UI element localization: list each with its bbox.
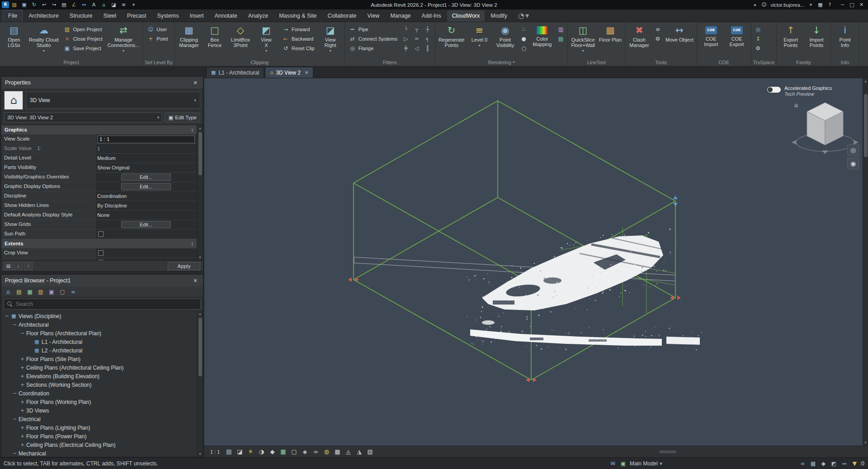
select-links-icon[interactable]: ∞ <box>798 459 807 468</box>
connect-systems-button[interactable]: ⇄Connect Systems <box>347 34 400 43</box>
tree-item-floor-plans-lighting-plan[interactable]: +Floor Plans (Lighting Plan) <box>1 423 197 432</box>
revit-logo-icon[interactable]: R <box>2 1 9 8</box>
panel-title-clipping[interactable]: Clipping <box>177 58 343 66</box>
drag-on-selection-icon[interactable]: ↔ <box>840 459 849 468</box>
displacement-icon[interactable]: ◮ <box>354 447 364 456</box>
ribbon-tab-architecture[interactable]: Architecture <box>24 10 64 22</box>
parts-visibility-value[interactable]: Show Original <box>97 165 130 170</box>
graphic-display-options-edit-button[interactable]: Edit... <box>121 183 171 190</box>
collapse-node-icon[interactable]: − <box>12 322 18 327</box>
backward-button[interactable]: ←Backward <box>280 34 317 43</box>
tree-item-floor-plans-architectural-plan[interactable]: −Floor Plans (Architectural Plan) <box>1 329 197 338</box>
fitting-elbow-button[interactable]: └ <box>401 25 411 34</box>
minimize-icon[interactable]: − <box>838 1 847 9</box>
sun-path-icon[interactable]: ☀ <box>245 447 255 456</box>
type-selector[interactable]: 3D View ▾ <box>26 92 200 109</box>
tree-item-floor-plans-site-plan[interactable]: +Floor Plans (Site Plan) <box>1 355 197 363</box>
ribbon-tab-file[interactable]: File <box>3 10 23 22</box>
fitting-tee-button[interactable]: ┬ <box>412 25 422 34</box>
view-tab-l1-architectural[interactable]: ▦L1 - Architectural <box>206 67 264 78</box>
cart-icon[interactable]: ▦ <box>816 1 825 9</box>
show-crop-icon[interactable]: ▢ <box>289 447 299 456</box>
open-project-button[interactable]: ▨Open Project <box>61 25 104 34</box>
scroll-up-icon[interactable]: ▲ <box>863 78 868 84</box>
expand-icon[interactable]: + <box>19 356 25 361</box>
ribbon-tab-cloudworx[interactable]: CloudWorx <box>447 10 485 22</box>
navigation-wheel-button[interactable]: ◎ <box>847 144 859 156</box>
open-lgsx-button[interactable]: ▤Open LGSx <box>2 23 26 56</box>
thin-lines-icon[interactable]: ≡ <box>119 1 128 9</box>
edit-type-button[interactable]: ▣ Edit Type <box>165 113 200 122</box>
visibility-graphics-overrides-edit-button[interactable]: Edit... <box>121 174 171 181</box>
intensity-map-button[interactable]: ▥ <box>556 25 566 34</box>
scroll-down-icon[interactable]: ▼ <box>197 451 203 457</box>
clipping-manager-button[interactable]: ▦Clipping Manager <box>177 23 201 56</box>
temporary-hide-icon[interactable]: ∞ <box>311 447 321 456</box>
panel-title-project[interactable]: Project <box>2 58 141 66</box>
editing-requests-icon[interactable]: ✉ <box>608 459 618 468</box>
ribbon-tab-collaborate[interactable]: Collaborate <box>323 10 362 22</box>
ribbon-tab-structure[interactable]: Structure <box>65 10 98 22</box>
view-right-button[interactable]: ◪View Right▾ <box>318 23 343 56</box>
reality-cloud-studio-button[interactable]: ☁Reality Cloud Studio▾ <box>28 23 60 56</box>
clash-list-button[interactable]: ≡ <box>653 25 663 34</box>
sort-desc-icon[interactable]: ↑ <box>24 262 33 270</box>
filter-icon[interactable]: ▼ <box>850 459 859 468</box>
reveal-hidden-icon[interactable]: ◍ <box>321 447 331 456</box>
redo-icon[interactable]: ↪ <box>49 1 59 9</box>
worksets-icon[interactable]: ▣ <box>618 459 628 468</box>
close-icon[interactable]: ✕ <box>857 1 866 9</box>
tree-item-sections-working-section[interactable]: +Sections (Working Section) <box>1 380 197 389</box>
collapse-node-icon[interactable]: − <box>19 331 25 336</box>
scroll-up-icon[interactable]: ▲ <box>197 311 203 317</box>
truspace-open-button[interactable]: ◎ <box>753 25 763 34</box>
coe-export-button[interactable]: COECOE Export <box>725 23 749 56</box>
point-visibility-button[interactable]: ◉Point Visibility <box>493 23 517 56</box>
zoom-button[interactable]: ◉ <box>847 158 859 169</box>
horizontal-scrollbar[interactable] <box>380 450 861 454</box>
save-project-button[interactable]: ▣Save Project <box>61 44 104 53</box>
tree-item-l1-architectural[interactable]: ▦L1 - Architectural <box>1 338 197 346</box>
browser-groups-icon[interactable]: ▢ <box>57 287 67 296</box>
detail-level-value[interactable]: Medium <box>97 155 116 161</box>
fitting-union-button[interactable]: ╪ <box>401 44 411 53</box>
truspace-sync-button[interactable]: ↕ <box>753 34 763 43</box>
help-icon[interactable]: ? <box>825 1 835 9</box>
limitbox-3point-button[interactable]: ◇LimitBox 3Point <box>228 23 253 56</box>
point-style-button[interactable]: ○ <box>519 44 528 53</box>
tree-item-3d-views[interactable]: +3D Views <box>1 406 197 415</box>
panel-title-linetool[interactable]: LineTool <box>570 58 623 66</box>
clash-settings-button[interactable]: ⚙ <box>653 34 663 43</box>
property-group-extents[interactable]: Extents↕ <box>1 239 197 249</box>
group-collapse-icon[interactable]: ↕ <box>191 241 194 246</box>
clash-manager-button[interactable]: ✖Clash Manager <box>627 23 651 56</box>
text-note-icon[interactable]: A <box>89 1 99 9</box>
panel-title-fitters[interactable]: Fitters <box>347 58 433 66</box>
scrollbar-thumb[interactable] <box>864 94 868 157</box>
panel-title-rendering[interactable]: Rendering▾ <box>437 58 566 66</box>
sync-icon[interactable]: ↻ <box>29 1 39 9</box>
select-by-face-icon[interactable]: ◩ <box>829 459 839 468</box>
tree-item-floor-plans-power-plan[interactable]: +Floor Plans (Power Plan) <box>1 432 197 441</box>
browser-legends-icon[interactable]: ▤ <box>14 287 24 296</box>
ribbon-tab-analyze[interactable]: Analyze <box>243 10 273 22</box>
scroll-up-icon[interactable]: ▲ <box>197 125 203 131</box>
sun-path-checkbox[interactable] <box>98 231 104 237</box>
ribbon-tab-view[interactable]: View <box>363 10 385 22</box>
browser-scrollbar[interactable]: ▲ ▼ <box>197 311 203 457</box>
user-avatar-icon[interactable]: ☺ <box>759 1 769 9</box>
ribbon-tab-precast[interactable]: Precast <box>122 10 151 22</box>
truspace-settings-button[interactable]: ⚙ <box>753 44 763 53</box>
properties-scrollbar[interactable]: ▲ ▼ <box>197 125 203 260</box>
browser-views-icon[interactable]: ⌂ <box>3 287 13 296</box>
collapse-node-icon[interactable]: − <box>12 417 18 422</box>
ribbon-tab-modify[interactable]: Modify <box>486 10 512 22</box>
tree-item-views-discipline[interactable]: −▦Views (Discipline) <box>1 312 197 320</box>
browser-links-icon[interactable]: ∞ <box>68 287 78 296</box>
properties-header[interactable]: Properties ✕ <box>1 77 203 89</box>
pipe-button[interactable]: ━Pipe <box>347 25 400 34</box>
worksharing-display-icon[interactable]: ▧ <box>365 447 375 456</box>
scale-button[interactable]: 1 : 1 <box>207 447 223 456</box>
ribbon-tab-massing-site[interactable]: Massing & Site <box>274 10 321 22</box>
close-icon[interactable]: ✕ <box>191 80 199 86</box>
